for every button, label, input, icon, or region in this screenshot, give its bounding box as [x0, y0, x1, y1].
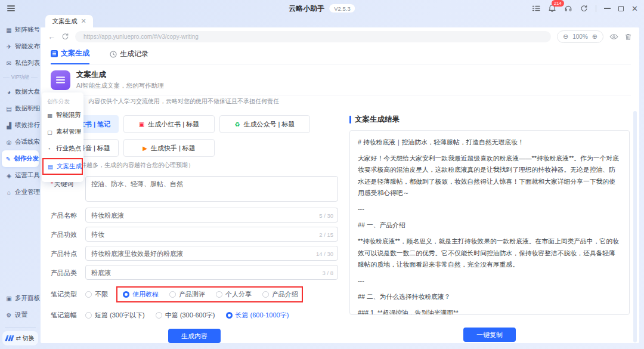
product-feature-input[interactable] — [85, 246, 338, 261]
submenu-item-industry-hotspot[interactable]: ◔ 行业热点 — [42, 140, 83, 157]
sidebar-item-data-dashboard[interactable]: ◕ 数据大盘 — [0, 84, 41, 100]
radio-icon — [123, 291, 129, 298]
feature-title: 文案生成 — [76, 70, 163, 80]
note-length-option-medium[interactable]: 中篇 (300-600字) — [156, 311, 215, 320]
close-button[interactable]: ✕ — [631, 5, 638, 13]
note-type-row: 笔记类型 不限 使用教程 产品测评 个人分享 — [51, 286, 338, 302]
table-icon: ▤ — [5, 106, 13, 112]
sidebar-item-settings[interactable]: ⚙ 设置 — [0, 307, 41, 323]
maximize-button[interactable] — [618, 6, 624, 11]
page-scrollbar[interactable] — [633, 111, 637, 342]
note-type-option-personal-share[interactable]: 个人分享 — [216, 290, 252, 299]
sidebar-item-smart-publish[interactable]: ✈ 智能发布 — [0, 38, 41, 55]
note-length-option-short[interactable]: 短篇 (300字以下) — [85, 311, 145, 320]
film-icon: ▦ — [47, 112, 54, 119]
copywriting-feature-icon — [51, 70, 70, 90]
result-paragraph: --- — [358, 203, 621, 215]
radio-icon — [216, 291, 222, 298]
note-type-option-introduction[interactable]: 产品介绍 — [262, 290, 298, 299]
grid-icon: ▦ — [5, 27, 13, 33]
submenu-item-material-management[interactable]: ▢ 素材管理 — [42, 123, 83, 140]
char-count: 5 / 30 — [319, 212, 333, 218]
sidebar-item-creation-distribution[interactable]: ✎ 创作分发 — [2, 150, 39, 167]
product-effect-input[interactable] — [85, 227, 338, 242]
tools-icon: ◈ — [5, 172, 13, 179]
zoom-level: 100% — [572, 33, 588, 40]
sidebar-item-multi-panel[interactable]: ▣ 多开面板 — [0, 290, 41, 307]
product-category-input[interactable] — [85, 265, 338, 280]
minimize-button[interactable] — [604, 8, 611, 9]
tab-copywriting[interactable]: 文案生成 — [51, 48, 89, 64]
product-feature-row: 产品特点 14 / 30 — [51, 246, 338, 261]
changelog-icon[interactable] — [532, 4, 540, 13]
doc-text-icon: ▤ — [48, 163, 54, 170]
product-name-input[interactable] — [85, 208, 338, 223]
xiaohongshu-icon: ▣ — [139, 121, 144, 128]
note-type-option-unlimited[interactable]: 不限 — [85, 290, 108, 299]
url-text: https://app.yunluepro.com/#/v3/copy-writ… — [83, 33, 199, 40]
tab-generation-history[interactable]: 生成记录 — [110, 49, 148, 64]
zoom-out-icon[interactable]: ⊖ — [563, 33, 568, 41]
sidebar: ▦ 矩阵账号 ✈ 智能发布 ✉ 私信列表 VIP功能 ◕ 数据大盘 ▤ 数据明细… — [0, 17, 41, 349]
pencil-icon: ✎ — [5, 156, 11, 162]
sidebar-item-operation-tools[interactable]: ◈ 运营工具 — [0, 167, 41, 184]
generator-form: 生成小红书 | 笔记 ▣ 生成小红书 | 标题 ♻ 生成公众号 | 标题 ♪ 生… — [51, 107, 338, 343]
char-count: 3 / 8 — [323, 269, 334, 276]
window-titlebar: 云略小助手 V2.5.3 214 ✕ — [0, 0, 644, 17]
product-name-row: 产品名称 5 / 30 — [51, 208, 338, 223]
disclaimer-text: 内容仅供个人学习交流使用，云略对您的使用不做保证且不承担任何责任 — [88, 95, 639, 107]
hamburger-menu-icon[interactable] — [7, 4, 15, 13]
browser-tab-title: 文案生成 — [52, 17, 77, 26]
radio-icon — [85, 312, 92, 319]
generate-gongzhonghao-title-button[interactable]: ♻ 生成公众号 | 标题 — [219, 115, 310, 133]
result-paragraph: --- — [358, 275, 621, 286]
zoom-control: ⊖ 100% ⊕ — [557, 30, 603, 43]
reload-icon[interactable] — [61, 33, 69, 41]
titlebar-divider — [596, 5, 596, 12]
note-length-option-long[interactable]: 长篇 (600-1000字) — [226, 311, 289, 320]
result-content[interactable]: # 持妆粉底液｜控油防水，轻薄服帖，打造自然无瑕底妆！ 大家好！今天想给大家安利… — [349, 130, 630, 315]
copy-all-button[interactable]: 一键复制 — [463, 328, 516, 342]
account-switch-button[interactable]: ⇄ 切换 — [2, 331, 38, 345]
support-headset-icon[interactable] — [564, 4, 572, 13]
browser-tab[interactable]: 文案生成 ✕ — [45, 15, 93, 27]
vip-section-divider: VIP功能 — [0, 72, 41, 84]
sidebar-item-conversation-leads[interactable]: ◎ 会话线索 — [0, 134, 41, 150]
submenu-item-copywriting[interactable]: ▤ 文案生成 — [44, 159, 82, 174]
zoom-in-icon[interactable]: ⊕ — [592, 33, 597, 41]
note-type-highlight-box: 使用教程 产品测评 个人分享 产品介绍 — [116, 286, 303, 302]
address-bar[interactable]: https://app.yunluepro.com/#/v3/copy-writ… — [75, 31, 551, 42]
generator-type-buttons: 生成小红书 | 笔记 ▣ 生成小红书 | 标题 ♻ 生成公众号 | 标题 ♪ 生… — [51, 115, 338, 157]
radio-icon — [156, 312, 162, 319]
pie-chart-icon: ◕ — [5, 89, 13, 95]
keyword-textarea[interactable]: 控油、防水、轻薄、服帖、自然 — [85, 176, 338, 202]
sidebar-divider — [5, 327, 36, 328]
preview-eye-icon[interactable] — [609, 33, 618, 41]
generate-content-button[interactable]: 生成内容 — [168, 329, 221, 343]
sidebar-item-matrix-accounts[interactable]: ▦ 矩阵账号 — [0, 21, 41, 38]
browser-toolbar: ← https://app.yunluepro.com/#/v3/copy-wr… — [41, 27, 639, 45]
droplet-icon: ◔ — [47, 146, 54, 152]
note-type-option-tutorial[interactable]: 使用教程 — [123, 290, 159, 299]
sidebar-item-enterprise-management[interactable]: ⌂ 企业管理 — [0, 184, 41, 200]
panels-icon: ▣ — [5, 295, 13, 302]
submenu-item-smart-clip[interactable]: ▦ 智能混剪 — [42, 107, 83, 123]
note-length-row: 笔记篇幅 短篇 (300字以下) 中篇 (300-600字) 长篇 (600-1… — [51, 311, 338, 320]
note-type-option-review[interactable]: 产品测评 — [169, 290, 205, 299]
document-icon — [51, 50, 58, 57]
trash-icon[interactable] — [624, 33, 632, 41]
notification-count-badge: 214 — [552, 0, 564, 7]
generate-kuaishou-title-button[interactable]: ▶ 生成快手 | 标题 — [123, 139, 215, 157]
tab-close-icon[interactable]: ✕ — [80, 17, 86, 25]
notification-bell-icon[interactable]: 214 — [548, 4, 556, 13]
sidebar-item-data-detail[interactable]: ▤ 数据明细 — [0, 100, 41, 117]
back-icon[interactable]: ← — [48, 32, 55, 41]
generate-xiaohongshu-title-button[interactable]: ▣ 生成小红书 | 标题 — [123, 115, 215, 133]
result-paragraph: ### 1. **超强控油，告别油光满面** — [358, 307, 621, 315]
refresh-icon[interactable] — [580, 5, 588, 13]
result-paragraph: 大家好！今天想给大家安利一款我最近超级喜欢的粉底液——**持妆粉底液**。作为一… — [358, 153, 621, 199]
folder-icon: ▢ — [47, 129, 54, 135]
sidebar-item-private-messages[interactable]: ✉ 私信列表 — [0, 55, 41, 72]
page-tabs: 文案生成 生成记录 — [51, 45, 631, 64]
sidebar-item-performance-ranking[interactable]: ▟ 绩效排行 — [0, 117, 41, 134]
